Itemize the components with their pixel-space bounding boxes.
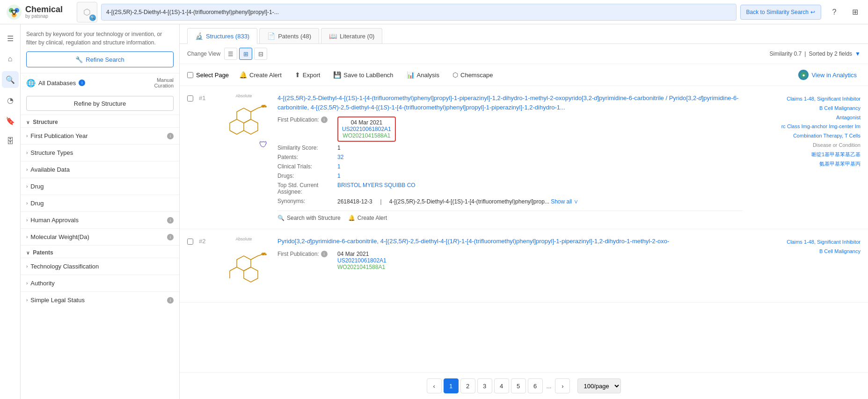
result-2-pub-patent2[interactable]: WO2021041588A1 [337,264,387,270]
result-1-patents-count[interactable]: 32 [337,154,343,160]
simple-legal-status-info-icon[interactable]: i [167,297,174,304]
tab-literature[interactable]: 📖 Literature (0) [321,28,382,44]
nav-bookmark-icon[interactable]: 🔖 [2,112,19,129]
show-all-button[interactable]: Show all ∨ [551,198,578,205]
view-toolbar: Change View ☰ ⊞ ⊟ Similarity 0.7 | Sorte… [180,44,868,64]
sort-button[interactable]: ▼ [855,51,861,57]
result-1-checkbox[interactable] [187,95,193,102]
first-pub-year-header[interactable]: › First Publication Year i [21,128,179,144]
back-to-similarity-search-button[interactable]: Back to Similarity Search ↩ [740,5,821,20]
structure-types-header[interactable]: › Structure Types [21,145,179,161]
result-1-create-alert-label: Create Alert [357,215,387,221]
refine-structure-button[interactable]: Refine by Structure [26,96,174,111]
result-1-mol-label: Absolute [235,94,252,98]
search-with-structure-button[interactable]: 🔍 Search with Structure [277,215,341,221]
next-page-button[interactable]: › [555,378,570,393]
result-1-pub-patent2[interactable]: WO2021041588A1 [343,132,390,139]
result-1-drugs-value[interactable]: 1 [337,173,341,179]
human-approvals-label: Drug [30,200,174,207]
svg-point-0 [7,5,22,20]
authority-header[interactable]: › Authority [21,275,179,291]
result-1-pub-patent1[interactable]: US20210061802A1 [342,126,391,132]
apps-button[interactable]: ⊞ [847,5,862,20]
first-pub-info-icon-2[interactable]: i [321,251,328,257]
filter-section-drug[interactable]: › Drug [21,178,179,195]
help-button[interactable]: ? [827,5,842,20]
page-2-button[interactable]: 2 [460,378,475,393]
page-1-button[interactable]: 1 [444,378,459,393]
select-page-checkbox[interactable] [187,72,193,78]
db-curation-area: Manual Curation [154,77,174,88]
result-1-create-alert-button[interactable]: 🔔 Create Alert [348,215,387,221]
tabs-bar: 🔬 Structures (833) 📄 Patents (48) 📖 Lite… [180,24,868,44]
refine-search-button[interactable]: 🔧 Refine Search [26,51,174,67]
molecular-weight-header[interactable]: › Molecular Weight(Da) i [21,229,179,245]
filter-section-tech-classification[interactable]: › Technology Classification [21,258,179,275]
page-6-button[interactable]: 6 [528,378,543,393]
view-in-analytics-button[interactable]: ● View in Analytics [795,68,861,82]
filter-section-drug-highest-phase[interactable]: › Human Approvals i [21,211,179,228]
human-approvals-header[interactable]: › Drug [21,195,179,211]
simple-legal-status-header[interactable]: › Simple Legal Status i [21,292,179,308]
available-data-header[interactable]: › Available Data [21,161,179,178]
nav-database-icon[interactable]: 🗄 [2,133,19,150]
save-to-labbench-button[interactable]: 💾 Save to LabBench [330,69,396,80]
logo-icon [6,4,22,21]
nav-home-icon[interactable]: ⌂ [2,51,19,67]
mol-preview[interactable]: ⬡ 🔍 [77,2,97,22]
filter-section-authority[interactable]: › Authority [21,275,179,291]
result-1-assignee-field: Top Std. Current Assignee: BRISTOL MYERS… [277,182,743,195]
nav-menu-icon[interactable]: ☰ [2,30,19,47]
tab-structures[interactable]: 🔬 Structures (833) [187,28,257,44]
molecular-weight-info-icon[interactable]: i [167,234,174,240]
view-list-button[interactable]: ☰ [224,48,237,60]
drug-header[interactable]: › Drug [21,178,179,195]
filter-section-molecular-weight[interactable]: › Molecular Weight(Da) i [21,228,179,245]
prev-page-button[interactable]: ‹ [427,378,442,393]
main-layout: ☰ ⌂ 🔍 ◔ 🔖 🗄 Search by keyword for your t… [0,24,868,399]
result-1-clinical-field: Clinical Trials: 1 [277,163,743,170]
view-grid-button[interactable]: ⊞ [239,48,252,60]
result-2-checkbox[interactable] [187,239,193,245]
synonyms-label: Synonyms: [277,198,334,204]
drug-highest-phase-info-icon[interactable]: i [167,217,174,224]
filter-section-available-data[interactable]: › Available Data [21,161,179,178]
chevron-icon: › [26,167,28,172]
drug-highest-phase-header[interactable]: › Human Approvals i [21,212,179,228]
result-1-assignee-value[interactable]: BRISTOL MYERS SQUIBB CO [337,182,416,189]
page-4-button[interactable]: 4 [494,378,509,393]
first-pub-info-icon[interactable]: i [321,116,328,123]
search-query-display[interactable]: 4-[(2S,5R)-2,5-Diethyl-4-[(1S)-1-[4-(tri… [101,4,737,21]
result-item-2: #2 Absolute CF₃ [180,229,868,303]
svg-text:CF₃: CF₃ [262,105,267,108]
chevron-icon: › [26,234,28,239]
result-2-pub-patent1[interactable]: US20210061802A1 [337,257,387,264]
per-page-select[interactable]: 100/page 50/page 200/page [577,378,621,393]
filter-section-first-pub-year[interactable]: › First Publication Year i [21,127,179,144]
result-1-tags: Claims 1-48, Significant Inhibitor B Cel… [748,94,861,168]
tab-patents[interactable]: 📄 Patents (48) [259,28,319,44]
nav-chart-icon[interactable]: ◔ [2,92,19,109]
view-table-button[interactable]: ⊟ [254,48,267,60]
first-pub-year-info-icon[interactable]: i [167,133,174,139]
page-5-button[interactable]: 5 [511,378,526,393]
create-alert-button[interactable]: 🔔 Create Alert [236,69,284,80]
filter-section-human-approvals[interactable]: › Drug [21,195,179,211]
export-button[interactable]: ⬆ Export [292,69,323,80]
db-info-icon[interactable]: i [79,80,85,86]
page-dots: ... [545,383,554,390]
filter-section-structure-types[interactable]: › Structure Types [21,144,179,161]
result-1-clinical-value[interactable]: 1 [337,163,341,170]
db-left: 🌐 All Databases i [26,79,85,87]
nav-search-icon[interactable]: 🔍 [2,71,19,88]
result-1-title[interactable]: 4-[(2S,5R)-2,5-Diethyl-4-[(1S)-1-[4-(tri… [277,94,743,112]
separator: | [804,51,806,57]
tech-classification-header[interactable]: › Technology Classification [21,258,179,275]
chemscape-button[interactable]: ⬡ Chemscape [450,69,496,80]
page-3-button[interactable]: 3 [477,378,492,393]
result-1-synonyms-value: 2618418-12-3 ｜ 4-[(2S,5R)-2,5-Diethyl-4-… [337,198,578,206]
filter-section-simple-legal-status[interactable]: › Simple Legal Status i [21,291,179,308]
tag-8: 氨基甲基苯甲基丙 [748,160,861,169]
analysis-button[interactable]: 📊 Analysis [404,69,442,80]
result-2-title[interactable]: Pyrido[3,2-d]pyrimidine-6-carbonitrile, … [277,237,743,246]
